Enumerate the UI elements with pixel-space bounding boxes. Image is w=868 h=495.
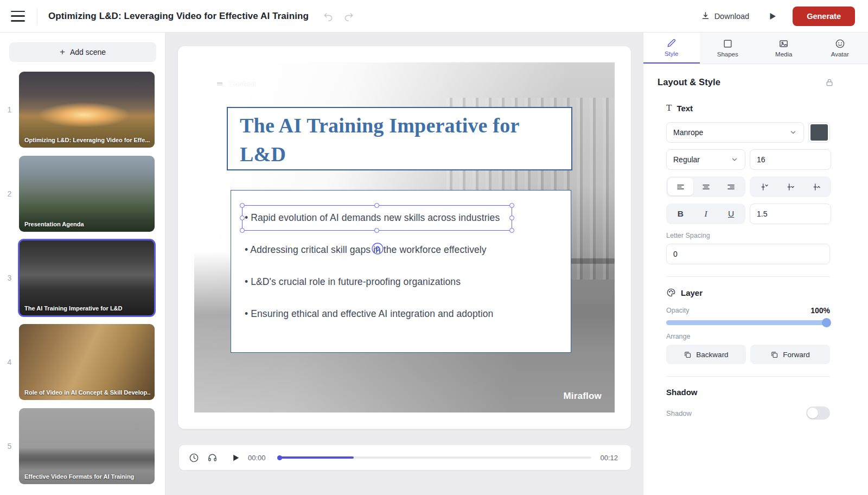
scene-thumbnail-2[interactable]: Presentation Agenda	[19, 156, 155, 232]
slide-canvas[interactable]: Content The AI Training Imperative for L…	[194, 62, 615, 412]
layer-section-header: Layer	[666, 288, 830, 297]
square-icon	[723, 39, 733, 49]
resize-handle-sw[interactable]	[240, 228, 245, 233]
content-badge: Content	[212, 78, 261, 90]
undo-icon[interactable]	[323, 11, 334, 22]
layers-icon	[684, 351, 692, 359]
slide-title: The AI Training Imperative for L&D	[240, 111, 555, 169]
text-section-header: T Text	[666, 103, 830, 113]
shadow-section-header: Shadow	[666, 388, 830, 397]
redo-icon[interactable]	[343, 11, 354, 22]
bring-forward-button[interactable]: Forward	[750, 345, 830, 364]
timeline-track[interactable]	[278, 456, 591, 459]
generate-button[interactable]: Generate	[793, 7, 855, 26]
resize-handle-ne[interactable]	[509, 203, 514, 208]
align-right-button[interactable]	[718, 178, 744, 195]
underline-button[interactable]: U	[718, 205, 744, 223]
resize-handle-se[interactable]	[509, 228, 514, 233]
line-height-input[interactable]	[750, 204, 831, 224]
vertical-align-group	[750, 176, 831, 197]
scene-number: 5	[0, 442, 19, 450]
lock-icon[interactable]	[825, 78, 834, 87]
topbar-divider	[37, 8, 37, 24]
horizontal-align-group	[666, 176, 745, 197]
resize-handle-nw[interactable]	[240, 203, 245, 208]
letter-spacing-input[interactable]	[666, 244, 830, 264]
plus-icon: +	[60, 47, 65, 58]
send-backward-button[interactable]: Backward	[666, 345, 746, 364]
shadow-toggle-label: Shadow	[666, 409, 692, 417]
bullet-item[interactable]: • Addressing critical skill gaps in the …	[245, 242, 571, 257]
valign-bottom-button[interactable]	[803, 178, 829, 195]
text-icon: T	[666, 103, 672, 113]
download-icon	[701, 11, 710, 22]
scene-title: Role of Video in AI Concept & Skill Deve…	[24, 389, 150, 396]
tab-style[interactable]: Style	[643, 33, 700, 64]
scene-row: 5 Effective Video Formats for AI Trainin…	[0, 408, 165, 484]
preview-play-button[interactable]	[768, 11, 777, 21]
scene-thumbnail-5[interactable]: Effective Video Formats for AI Training	[19, 408, 155, 484]
scene-thumbnail-3-selected[interactable]: The AI Training Imperative for L&D	[19, 240, 155, 316]
text-color-picker[interactable]	[808, 122, 830, 143]
align-center-button[interactable]	[693, 178, 719, 195]
duration-clock-icon[interactable]	[189, 453, 199, 463]
timeline-play-button[interactable]	[231, 453, 240, 462]
editor-main: Content The AI Training Imperative for L…	[165, 33, 643, 495]
font-family-select[interactable]: Manrope	[666, 122, 804, 143]
scene-number: 1	[0, 105, 19, 114]
scene-row: 1 Optimizing L&D: Leveraging Video for E…	[0, 72, 165, 148]
section-title: Layout & Style	[658, 77, 720, 87]
valign-top-button[interactable]	[751, 178, 777, 195]
properties-panel: Style Shapes Media Avatar Layout & Style	[643, 33, 868, 495]
menu-icon[interactable]	[11, 11, 25, 22]
scene-title: Optimizing L&D: Leveraging Video for Eff…	[24, 137, 150, 143]
layers-icon	[770, 351, 778, 359]
font-weight-select[interactable]: Regular	[666, 149, 745, 170]
slide-content-box[interactable]: • Rapid evolution of AI demands new skil…	[231, 190, 571, 353]
resize-handle-n[interactable]	[374, 203, 379, 208]
panel-tabs: Style Shapes Media Avatar	[643, 33, 868, 64]
resize-handle-e[interactable]	[509, 215, 514, 220]
slide-title-box[interactable]: The AI Training Imperative for L&D	[227, 107, 572, 170]
align-left-button[interactable]	[668, 178, 693, 195]
scene-title: Effective Video Formats for AI Training	[24, 473, 150, 480]
tab-media[interactable]: Media	[756, 33, 812, 64]
scene-row: 3 The AI Training Imperative for L&D	[0, 240, 165, 316]
opacity-label: Opacity	[666, 307, 689, 314]
tab-shapes[interactable]: Shapes	[700, 33, 756, 64]
miraflow-watermark: Miraflow	[563, 391, 602, 402]
bullet-item[interactable]: • Ensuring ethical and effective AI inte…	[245, 306, 571, 321]
bullet-item[interactable]: • L&D's crucial role in future-proofing …	[245, 274, 571, 289]
resize-handle-s[interactable]	[374, 228, 379, 233]
letter-spacing-label: Letter Spacing	[666, 232, 830, 239]
panel-content: Layout & Style T Text Manrope Regular	[643, 64, 868, 495]
text-style-group: B I U	[666, 204, 745, 224]
rotate-handle-icon[interactable]	[371, 242, 384, 255]
tab-avatar[interactable]: Avatar	[812, 33, 868, 64]
scene-number: 4	[0, 358, 19, 366]
shadow-toggle[interactable]	[806, 407, 830, 420]
audio-headphones-icon[interactable]	[207, 453, 218, 463]
scene-thumbnail-1[interactable]: Optimizing L&D: Leveraging Video for Eff…	[19, 72, 155, 148]
bold-button[interactable]: B	[668, 205, 693, 223]
scene-list: 1 Optimizing L&D: Leveraging Video for E…	[0, 72, 165, 484]
add-scene-button[interactable]: + Add scene	[9, 42, 156, 62]
image-icon	[778, 39, 789, 49]
valign-middle-button[interactable]	[777, 178, 803, 195]
smiley-icon	[835, 39, 845, 49]
download-button[interactable]: Download	[701, 11, 750, 22]
playhead[interactable]	[277, 455, 282, 460]
divider	[666, 276, 830, 277]
opacity-slider[interactable]	[666, 320, 830, 325]
font-size-input[interactable]	[750, 149, 831, 170]
content-card-icon	[215, 80, 225, 88]
scene-thumbnail-4[interactable]: Role of Video in AI Concept & Skill Deve…	[19, 324, 155, 400]
opacity-slider-thumb[interactable]	[822, 318, 831, 327]
selection-box[interactable]	[242, 205, 512, 231]
opacity-value: 100%	[810, 306, 830, 315]
current-time: 00:00	[248, 454, 269, 462]
resize-handle-w[interactable]	[240, 215, 245, 220]
italic-button[interactable]: I	[693, 205, 719, 223]
timeline-progress	[278, 456, 354, 459]
scene-number: 2	[0, 189, 19, 198]
